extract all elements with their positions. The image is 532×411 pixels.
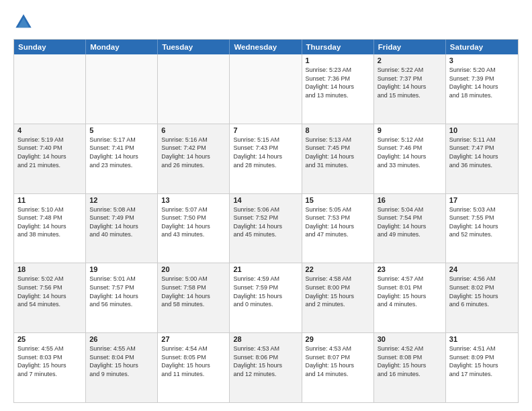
day-number: 24 — [449, 265, 515, 273]
cell-content: Sunrise: 4:55 AM Sunset: 8:04 PM Dayligh… — [89, 345, 154, 378]
cell-content: Sunrise: 5:13 AM Sunset: 7:45 PM Dayligh… — [306, 136, 370, 169]
calendar-cell: 22Sunrise: 4:58 AM Sunset: 8:00 PM Dayli… — [302, 263, 374, 332]
cell-content: Sunrise: 5:03 AM Sunset: 7:55 PM Dayligh… — [449, 205, 515, 239]
calendar-cell: 14Sunrise: 5:06 AM Sunset: 7:52 PM Dayli… — [230, 194, 302, 263]
day-number: 14 — [233, 196, 298, 204]
day-number: 13 — [161, 196, 226, 204]
cell-content: Sunrise: 5:11 AM Sunset: 7:47 PM Dayligh… — [449, 136, 515, 169]
cell-content: Sunrise: 5:04 AM Sunset: 7:54 PM Dayligh… — [378, 205, 442, 239]
calendar-cell: 31Sunrise: 4:51 AM Sunset: 8:09 PM Dayli… — [446, 333, 518, 402]
cell-content: Sunrise: 4:52 AM Sunset: 8:08 PM Dayligh… — [378, 345, 442, 378]
calendar-row-1: 1Sunrise: 5:23 AM Sunset: 7:36 PM Daylig… — [14, 54, 518, 124]
header-day-friday: Friday — [374, 40, 446, 54]
day-number: 22 — [306, 265, 370, 273]
day-number: 15 — [306, 196, 370, 204]
day-number: 9 — [378, 126, 442, 134]
calendar-cell: 4Sunrise: 5:19 AM Sunset: 7:40 PM Daylig… — [14, 124, 86, 193]
day-number: 19 — [89, 265, 154, 273]
calendar-row-3: 11Sunrise: 5:10 AM Sunset: 7:48 PM Dayli… — [14, 194, 518, 264]
calendar-cell: 29Sunrise: 4:53 AM Sunset: 8:07 PM Dayli… — [302, 333, 374, 402]
day-number: 17 — [449, 196, 515, 204]
day-number: 3 — [449, 56, 515, 64]
calendar-row-5: 25Sunrise: 4:55 AM Sunset: 8:03 PM Dayli… — [14, 333, 518, 402]
header-day-sunday: Sunday — [14, 40, 86, 54]
calendar-body: 1Sunrise: 5:23 AM Sunset: 7:36 PM Daylig… — [14, 54, 518, 402]
cell-content: Sunrise: 5:05 AM Sunset: 7:53 PM Dayligh… — [306, 205, 370, 239]
calendar-cell: 21Sunrise: 4:59 AM Sunset: 7:59 PM Dayli… — [230, 263, 302, 332]
cell-content: Sunrise: 5:12 AM Sunset: 7:46 PM Dayligh… — [378, 136, 442, 169]
day-number: 18 — [17, 265, 82, 273]
calendar-cell: 8Sunrise: 5:13 AM Sunset: 7:45 PM Daylig… — [302, 124, 374, 193]
cell-content: Sunrise: 5:06 AM Sunset: 7:52 PM Dayligh… — [233, 205, 298, 239]
calendar-cell: 20Sunrise: 5:00 AM Sunset: 7:58 PM Dayli… — [158, 263, 230, 332]
header-day-thursday: Thursday — [302, 40, 374, 54]
header-day-tuesday: Tuesday — [158, 40, 230, 54]
day-number: 21 — [233, 265, 298, 273]
calendar-cell: 28Sunrise: 4:53 AM Sunset: 8:06 PM Dayli… — [230, 333, 302, 402]
day-number: 28 — [233, 335, 298, 343]
calendar-cell: 16Sunrise: 5:04 AM Sunset: 7:54 PM Dayli… — [374, 194, 446, 263]
calendar-cell — [86, 54, 158, 124]
cell-content: Sunrise: 4:55 AM Sunset: 8:03 PM Dayligh… — [17, 345, 82, 378]
calendar-cell — [14, 54, 86, 124]
day-number: 8 — [306, 126, 370, 134]
cell-content: Sunrise: 5:02 AM Sunset: 7:56 PM Dayligh… — [17, 275, 82, 308]
day-number: 29 — [306, 335, 370, 343]
logo — [13, 12, 36, 32]
day-number: 26 — [89, 335, 154, 343]
cell-content: Sunrise: 5:16 AM Sunset: 7:42 PM Dayligh… — [161, 136, 226, 169]
calendar-row-4: 18Sunrise: 5:02 AM Sunset: 7:56 PM Dayli… — [14, 263, 518, 333]
cell-content: Sunrise: 4:56 AM Sunset: 8:02 PM Dayligh… — [449, 275, 515, 308]
calendar-cell: 18Sunrise: 5:02 AM Sunset: 7:56 PM Dayli… — [14, 263, 86, 332]
day-number: 27 — [161, 335, 226, 343]
cell-content: Sunrise: 5:19 AM Sunset: 7:40 PM Dayligh… — [17, 136, 82, 169]
calendar-cell: 6Sunrise: 5:16 AM Sunset: 7:42 PM Daylig… — [158, 124, 230, 193]
cell-content: Sunrise: 5:17 AM Sunset: 7:41 PM Dayligh… — [89, 136, 154, 169]
cell-content: Sunrise: 4:54 AM Sunset: 8:05 PM Dayligh… — [161, 345, 226, 378]
cell-content: Sunrise: 5:20 AM Sunset: 7:39 PM Dayligh… — [449, 66, 515, 99]
calendar-cell: 2Sunrise: 5:22 AM Sunset: 7:37 PM Daylig… — [374, 54, 446, 124]
day-number: 30 — [378, 335, 442, 343]
cell-content: Sunrise: 5:10 AM Sunset: 7:48 PM Dayligh… — [17, 205, 82, 239]
day-number: 2 — [378, 56, 442, 64]
header-day-monday: Monday — [86, 40, 158, 54]
calendar-row-2: 4Sunrise: 5:19 AM Sunset: 7:40 PM Daylig… — [14, 124, 518, 194]
cell-content: Sunrise: 4:58 AM Sunset: 8:00 PM Dayligh… — [306, 275, 370, 308]
calendar-cell — [230, 54, 302, 124]
calendar-cell: 25Sunrise: 4:55 AM Sunset: 8:03 PM Dayli… — [14, 333, 86, 402]
calendar-cell: 9Sunrise: 5:12 AM Sunset: 7:46 PM Daylig… — [374, 124, 446, 193]
cell-content: Sunrise: 5:08 AM Sunset: 7:49 PM Dayligh… — [89, 205, 154, 239]
cell-content: Sunrise: 5:01 AM Sunset: 7:57 PM Dayligh… — [89, 275, 154, 308]
day-number: 4 — [17, 126, 82, 134]
calendar-cell: 3Sunrise: 5:20 AM Sunset: 7:39 PM Daylig… — [446, 54, 518, 124]
calendar-cell: 13Sunrise: 5:07 AM Sunset: 7:50 PM Dayli… — [158, 194, 230, 263]
cell-content: Sunrise: 4:53 AM Sunset: 8:06 PM Dayligh… — [233, 345, 298, 378]
calendar-cell: 19Sunrise: 5:01 AM Sunset: 7:57 PM Dayli… — [86, 263, 158, 332]
day-number: 5 — [89, 126, 154, 134]
calendar-cell: 30Sunrise: 4:52 AM Sunset: 8:08 PM Dayli… — [374, 333, 446, 402]
cell-content: Sunrise: 5:22 AM Sunset: 7:37 PM Dayligh… — [378, 66, 442, 99]
cell-content: Sunrise: 4:51 AM Sunset: 8:09 PM Dayligh… — [449, 345, 515, 378]
calendar: SundayMondayTuesdayWednesdayThursdayFrid… — [13, 39, 519, 403]
calendar-cell: 15Sunrise: 5:05 AM Sunset: 7:53 PM Dayli… — [302, 194, 374, 263]
calendar-cell: 23Sunrise: 4:57 AM Sunset: 8:01 PM Dayli… — [374, 263, 446, 332]
page: SundayMondayTuesdayWednesdayThursdayFrid… — [0, 0, 532, 411]
cell-content: Sunrise: 5:23 AM Sunset: 7:36 PM Dayligh… — [306, 66, 370, 99]
day-number: 11 — [17, 196, 82, 204]
calendar-header: SundayMondayTuesdayWednesdayThursdayFrid… — [14, 40, 518, 54]
day-number: 25 — [17, 335, 82, 343]
header — [13, 12, 519, 32]
day-number: 10 — [449, 126, 515, 134]
calendar-cell: 27Sunrise: 4:54 AM Sunset: 8:05 PM Dayli… — [158, 333, 230, 402]
calendar-cell: 10Sunrise: 5:11 AM Sunset: 7:47 PM Dayli… — [446, 124, 518, 193]
header-day-wednesday: Wednesday — [230, 40, 302, 54]
calendar-cell: 5Sunrise: 5:17 AM Sunset: 7:41 PM Daylig… — [86, 124, 158, 193]
day-number: 20 — [161, 265, 226, 273]
cell-content: Sunrise: 4:59 AM Sunset: 7:59 PM Dayligh… — [233, 275, 298, 308]
cell-content: Sunrise: 5:00 AM Sunset: 7:58 PM Dayligh… — [161, 275, 226, 308]
calendar-cell: 11Sunrise: 5:10 AM Sunset: 7:48 PM Dayli… — [14, 194, 86, 263]
calendar-cell — [158, 54, 230, 124]
logo-icon — [13, 12, 34, 32]
calendar-cell: 7Sunrise: 5:15 AM Sunset: 7:43 PM Daylig… — [230, 124, 302, 193]
cell-content: Sunrise: 5:07 AM Sunset: 7:50 PM Dayligh… — [161, 205, 226, 239]
